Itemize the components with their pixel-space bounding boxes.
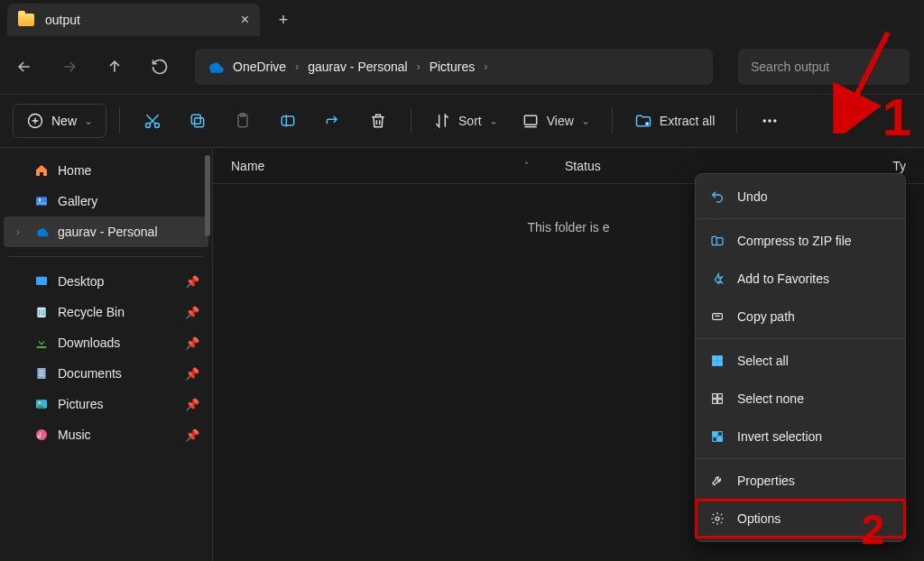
pin-icon: 📌 [185, 398, 199, 411]
sidebar-item-desktop[interactable]: Desktop 📌 [4, 266, 208, 297]
sidebar-item-label: Downloads [58, 336, 120, 350]
sidebar-item-documents[interactable]: Documents 📌 [4, 358, 208, 389]
chevron-right-icon: › [484, 60, 487, 73]
recycle-icon [34, 305, 49, 319]
up-button[interactable] [105, 57, 125, 77]
svg-rect-26 [713, 394, 717, 399]
select-all-icon [710, 354, 725, 368]
forward-button[interactable] [60, 57, 79, 77]
menu-compress-zip[interactable]: Compress to ZIP file [696, 222, 905, 260]
svg-rect-33 [718, 437, 723, 442]
select-none-icon [710, 391, 725, 406]
menu-copy-path[interactable]: Copy path [696, 298, 905, 336]
chevron-right-icon: › [295, 60, 299, 73]
sidebar-item-recycle[interactable]: Recycle Bin 📌 [4, 297, 208, 327]
sidebar-item-downloads[interactable]: Downloads 📌 [4, 327, 208, 358]
separator [736, 108, 737, 133]
menu-select-none[interactable]: Select none [696, 380, 905, 418]
desktop-icon [34, 274, 49, 289]
svg-rect-22 [713, 356, 717, 361]
onedrive-icon [34, 225, 49, 239]
svg-point-11 [769, 119, 772, 122]
svg-rect-21 [713, 314, 723, 320]
sidebar-item-pictures[interactable]: Pictures 📌 [4, 389, 208, 419]
svg-rect-32 [713, 437, 717, 442]
svg-rect-7 [282, 116, 293, 125]
menu-label: Compress to ZIP file [737, 234, 852, 248]
menu-separator [696, 218, 905, 219]
sidebar-item-onedrive-personal[interactable]: › gaurav - Personal [4, 216, 208, 247]
refresh-button[interactable] [150, 57, 170, 77]
svg-point-1 [146, 124, 151, 128]
new-tab-button[interactable]: + [267, 4, 300, 36]
nav-row: OneDrive › gaurav - Personal › Pictures … [0, 40, 924, 94]
svg-rect-29 [718, 400, 723, 404]
menu-separator [696, 458, 905, 459]
cut-button[interactable] [133, 104, 172, 138]
separator [612, 108, 613, 133]
breadcrumb-label: Pictures [430, 60, 476, 74]
close-icon[interactable]: × [241, 12, 249, 28]
svg-rect-27 [718, 394, 723, 399]
back-button[interactable] [14, 57, 34, 77]
sidebar-item-music[interactable]: Music 📌 [4, 419, 208, 450]
more-button[interactable] [750, 112, 790, 130]
rename-button[interactable] [268, 104, 308, 138]
new-button[interactable]: New ⌄ [13, 104, 106, 138]
menu-label: Properties [737, 474, 795, 488]
sidebar-item-label: gaurav - Personal [58, 225, 158, 239]
copy-path-icon [710, 309, 725, 324]
divider [9, 256, 203, 257]
tab-bar: output × + [0, 0, 924, 40]
scrollbar-thumb[interactable] [205, 155, 210, 236]
menu-label: Invert selection [737, 429, 822, 444]
view-button[interactable]: View ⌄ [513, 104, 599, 138]
svg-rect-3 [195, 118, 204, 127]
tab-title: output [45, 13, 80, 27]
menu-undo[interactable]: Undo [696, 178, 905, 216]
menu-select-all[interactable]: Select all [696, 342, 905, 380]
svg-line-35 [843, 32, 888, 123]
tab-output[interactable]: output × [7, 4, 260, 36]
crumb-pictures[interactable]: Pictures [430, 60, 476, 74]
sidebar-item-home[interactable]: Home [4, 155, 208, 186]
undo-icon [710, 189, 725, 204]
svg-point-2 [155, 124, 160, 128]
share-button[interactable] [313, 104, 353, 138]
svg-point-12 [773, 119, 776, 122]
svg-rect-24 [713, 362, 717, 366]
sidebar-item-label: Desktop [58, 274, 104, 289]
svg-rect-31 [718, 432, 723, 437]
menu-add-favorites[interactable]: Add to Favorites [696, 260, 905, 298]
paste-button[interactable] [223, 104, 263, 138]
svg-point-20 [36, 429, 47, 440]
menu-properties[interactable]: Properties [696, 462, 905, 500]
crumb-user[interactable]: gaurav - Personal [308, 60, 408, 74]
svg-rect-28 [713, 400, 717, 404]
onedrive-icon [206, 60, 224, 73]
column-status[interactable]: Status [565, 159, 673, 173]
wrench-icon [710, 474, 725, 488]
delete-button[interactable] [358, 104, 398, 138]
extract-all-button[interactable]: Extract all [625, 104, 724, 138]
chevron-right-icon[interactable]: › [16, 226, 25, 237]
downloads-icon [34, 336, 49, 350]
sidebar-item-gallery[interactable]: Gallery [4, 186, 208, 216]
column-name[interactable]: Name ˄ [231, 159, 529, 173]
menu-invert-selection[interactable]: Invert selection [696, 418, 905, 455]
copy-button[interactable] [178, 104, 217, 138]
column-type[interactable]: Ty [892, 159, 906, 173]
menu-separator [696, 338, 905, 339]
chevron-right-icon: › [417, 60, 420, 73]
sort-button[interactable]: Sort ⌄ [424, 104, 507, 138]
svg-rect-25 [718, 362, 723, 366]
breadcrumb-label: gaurav - Personal [308, 60, 408, 74]
menu-label: Options [737, 511, 781, 526]
gallery-icon [34, 194, 49, 208]
sort-indicator-icon: ˄ [524, 161, 529, 170]
crumb-onedrive[interactable]: OneDrive [206, 60, 286, 74]
sidebar-item-label: Documents [58, 366, 122, 381]
breadcrumb[interactable]: OneDrive › gaurav - Personal › Pictures … [195, 49, 713, 85]
svg-rect-4 [191, 115, 200, 124]
menu-label: Add to Favorites [737, 271, 829, 286]
